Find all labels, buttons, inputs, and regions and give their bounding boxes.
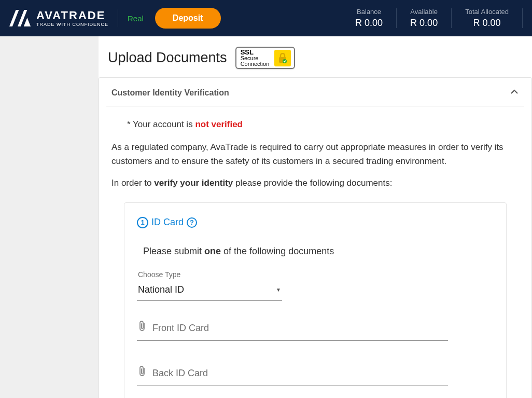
file-placeholder: Front ID Card (152, 321, 209, 336)
stat-value: R 0.00 (355, 18, 383, 29)
page-content: Upload Documents SSL Secure Connection C… (99, 36, 532, 398)
stat-allocated: Total Allocated R 0.00 (452, 8, 522, 29)
divider (522, 8, 523, 28)
stat-value: R 0.00 (410, 18, 438, 29)
brand-name: AVATRADE (36, 10, 108, 21)
file-placeholder: Back ID Card (152, 366, 208, 381)
ssl-badge: SSL Secure Connection (235, 47, 296, 69)
caret-down-icon: ▼ (276, 286, 281, 294)
account-stats: Balance R 0.00 Available R 0.00 Total Al… (342, 8, 523, 29)
logo-mark-icon (9, 10, 31, 26)
info-paragraph-2: In order to verify your identity please … (111, 176, 519, 190)
card-subtitle: Please submit one of the following docum… (143, 244, 494, 259)
status-value: not verified (195, 119, 243, 129)
chevron-up-icon (510, 87, 519, 99)
choose-type-label: Choose Type (138, 269, 494, 281)
info-paragraph-1: As a regulated company, AvaTrade is requ… (111, 141, 519, 168)
id-card-section: 1 ID Card ? Please submit one of the fol… (124, 202, 507, 398)
back-id-upload[interactable]: Back ID Card (137, 362, 448, 386)
divider (118, 9, 118, 27)
stat-balance: Balance R 0.00 (342, 8, 396, 29)
account-status: * Your account is not verified (127, 118, 519, 131)
help-icon[interactable]: ? (187, 217, 197, 228)
paperclip-icon (138, 366, 146, 381)
panel-title: Customer Identity Verification (111, 88, 229, 98)
stat-label: Balance (357, 8, 381, 16)
account-mode[interactable]: Real (128, 14, 144, 23)
card-title: ID Card (151, 215, 184, 230)
select-value: National ID (138, 283, 184, 297)
stat-available: Available R 0.00 (397, 8, 451, 29)
deposit-button[interactable]: Deposit (155, 8, 221, 29)
stat-value: R 0.00 (473, 18, 501, 29)
paperclip-icon (138, 321, 146, 336)
page-title: Upload Documents (108, 50, 227, 66)
stat-label: Total Allocated (465, 8, 509, 16)
lock-icon (274, 50, 291, 66)
step-number-icon: 1 (137, 217, 148, 228)
document-type-select[interactable]: National ID ▼ (137, 281, 282, 301)
app-header: AVATRADE TRADE WITH CONFIDENCE Real Depo… (0, 0, 532, 36)
status-prefix: * Your account is (127, 119, 195, 129)
verification-panel: Customer Identity Verification * Your ac… (99, 77, 532, 398)
stat-label: Available (410, 8, 438, 16)
ssl-line3: Connection (241, 61, 270, 67)
panel-header[interactable]: Customer Identity Verification (99, 78, 531, 106)
brand-logo[interactable]: AVATRADE TRADE WITH CONFIDENCE (9, 10, 108, 27)
brand-tagline: TRADE WITH CONFIDENCE (36, 22, 108, 27)
front-id-upload[interactable]: Front ID Card (137, 317, 448, 341)
